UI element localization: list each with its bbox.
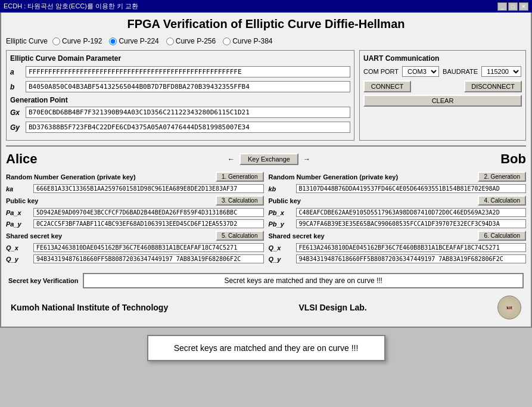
main-window: FPGA Verification of Elliptic Curve Diff… — [0, 13, 532, 328]
left-arrow-icon: ← — [228, 155, 235, 163]
baudrate-label: BAUDRATE — [443, 68, 478, 75]
bob-kb-label: kb — [269, 185, 293, 192]
alice-bob-header: Alice ← Key Exchange → Bob — [6, 151, 526, 167]
generation-point-label: Generation Point — [10, 96, 350, 104]
curve-p192-option[interactable]: Curve P-192 — [52, 37, 102, 45]
baudrate-select[interactable]: 115200 9600 38400 — [481, 66, 521, 77]
bob-rng-header: Random Number Generation (private key) 2… — [269, 172, 527, 182]
alice-gen-button[interactable]: 1. Generation — [216, 172, 264, 182]
two-col-layout: Random Number Generation (private key) 1… — [6, 172, 526, 266]
param-gy-label: Gy — [10, 123, 22, 132]
alice-pax-input[interactable] — [33, 208, 264, 217]
param-b-label: b — [10, 83, 22, 91]
bob-qy-row: Q_y — [269, 254, 527, 263]
key-exchange-button[interactable]: Key Exchange — [239, 153, 298, 165]
alice-ka-input[interactable] — [33, 184, 264, 193]
alice-pax-row: Pa_x — [6, 208, 264, 217]
alice-shared-calc-button[interactable]: 5. Calculation — [216, 231, 264, 241]
curve-p256-option[interactable]: Curve P-256 — [166, 37, 216, 45]
alice-column: Random Number Generation (private key) 1… — [6, 172, 264, 266]
alice-qy-label: Q_y — [6, 256, 30, 263]
alice-label: Alice — [6, 151, 38, 167]
param-gy-input[interactable] — [26, 122, 350, 133]
param-a-row: a — [10, 66, 350, 77]
param-gx-label: Gx — [10, 108, 22, 117]
param-b-row: b — [10, 81, 350, 92]
bob-pbx-input[interactable] — [296, 208, 527, 217]
uart-section: UART Communication COM PORT COM3 COM1 CO… — [359, 50, 526, 141]
bob-shared-header: Shared secret key 6. Calculation — [269, 231, 527, 241]
param-gx-row: Gx — [10, 107, 350, 118]
com-port-select[interactable]: COM3 COM1 COM2 COM4 — [402, 66, 439, 77]
bob-shared-calc-button[interactable]: 6. Calculation — [478, 231, 526, 241]
bob-pby-label: Pb_y — [269, 220, 293, 228]
titlebar: ECDH : 타원곡선 암호(ECC)를 이용한 키 교환 _ □ ✕ — [0, 0, 532, 13]
section-divider — [6, 145, 526, 147]
bob-pubkey-label: Public key — [269, 197, 301, 204]
curve-p224-label: Curve P-224 — [119, 37, 158, 45]
param-a-label: a — [10, 68, 22, 76]
right-arrow-icon: → — [303, 155, 310, 163]
bob-kb-row: kb — [269, 184, 527, 193]
bob-qy-label: Q_y — [269, 256, 293, 263]
param-a-input[interactable] — [26, 66, 350, 77]
curve-p256-radio[interactable] — [166, 38, 174, 45]
verification-value: Secret keys are matched and they are on … — [83, 273, 524, 288]
verification-label: Secret key Verification — [8, 277, 78, 284]
alice-rng-header: Random Number Generation (private key) 1… — [6, 172, 264, 182]
curve-p256-label: Curve P-256 — [176, 37, 216, 45]
footer-right-text: VLSI Design Lab. — [298, 303, 366, 312]
footer-left-text: Kumoh National Institute of Technology — [11, 303, 168, 312]
curve-p224-radio[interactable] — [109, 38, 117, 45]
top-section: Elliptic Curve Domain Parameter a b Gene… — [6, 50, 526, 141]
alice-qx-input[interactable] — [33, 243, 264, 252]
clear-btn-row: CLEAR — [363, 95, 522, 107]
bottom-dialog-message: Secret keys are matched and they are on … — [174, 343, 359, 353]
alice-calc-button[interactable]: 3. Calculation — [216, 195, 264, 206]
alice-pubkey-label: Public key — [6, 197, 38, 204]
bob-pby-row: Pb_y — [269, 219, 527, 228]
alice-qy-input[interactable] — [33, 254, 264, 263]
uart-title: UART Communication — [363, 54, 522, 63]
curve-p384-option[interactable]: Curve P-384 — [223, 37, 272, 45]
curve-p384-radio[interactable] — [223, 38, 231, 45]
bob-shared-label: Shared secret key — [269, 232, 325, 240]
kit-logo-text: kit — [506, 305, 512, 310]
alice-qx-label: Q_x — [6, 244, 30, 251]
alice-pay-input[interactable] — [33, 219, 264, 228]
curve-p384-label: Curve P-384 — [232, 37, 272, 45]
alice-shared-header: Shared secret key 5. Calculation — [6, 231, 264, 241]
alice-rng-label: Random Number Generation (private key) — [6, 173, 136, 181]
bob-calc-button[interactable]: 4. Calculation — [478, 195, 526, 206]
curve-p224-option[interactable]: Curve P-224 — [109, 37, 158, 45]
alice-ka-label: ka — [6, 185, 30, 192]
alice-shared-label: Shared secret key — [6, 232, 62, 240]
bob-qx-input[interactable] — [296, 243, 527, 252]
verification-section: Secret key Verification Secret keys are … — [6, 271, 526, 291]
param-gx-input[interactable] — [26, 107, 350, 118]
bob-pbx-label: Pb_x — [269, 209, 293, 216]
bob-gen-button[interactable]: 2. Generation — [478, 172, 526, 182]
alice-qy-row: Q_y — [6, 254, 264, 263]
bob-pby-input[interactable] — [296, 219, 527, 228]
clear-button[interactable]: CLEAR — [363, 95, 522, 107]
maximize-button[interactable]: □ — [508, 2, 518, 11]
kit-logo: kit — [497, 296, 521, 319]
bob-qx-row: Q_x — [269, 243, 527, 252]
alice-qx-row: Q_x — [6, 243, 264, 252]
bob-pbx-row: Pb_x — [269, 208, 527, 217]
alice-pubkey-header: Public key 3. Calculation — [6, 195, 264, 206]
curve-p192-radio[interactable] — [52, 38, 60, 45]
minimize-button[interactable]: _ — [497, 2, 507, 11]
close-button[interactable]: ✕ — [519, 2, 528, 11]
connect-button[interactable]: CONNECT — [363, 80, 411, 92]
bob-qy-input[interactable] — [296, 254, 527, 263]
disconnect-button[interactable]: DISCONNECT — [464, 80, 522, 92]
param-b-input[interactable] — [26, 81, 350, 92]
domain-title: Elliptic Curve Domain Parameter — [10, 54, 350, 63]
bob-kb-input[interactable] — [296, 184, 527, 193]
bottom-dialog: Secret keys are matched and they are on … — [147, 335, 385, 361]
footer-section: Kumoh National Institute of Technology V… — [6, 293, 526, 322]
elliptic-curve-row: Elliptic Curve Curve P-192 Curve P-224 C… — [6, 37, 526, 45]
bob-pubkey-header: Public key 4. Calculation — [269, 195, 527, 206]
